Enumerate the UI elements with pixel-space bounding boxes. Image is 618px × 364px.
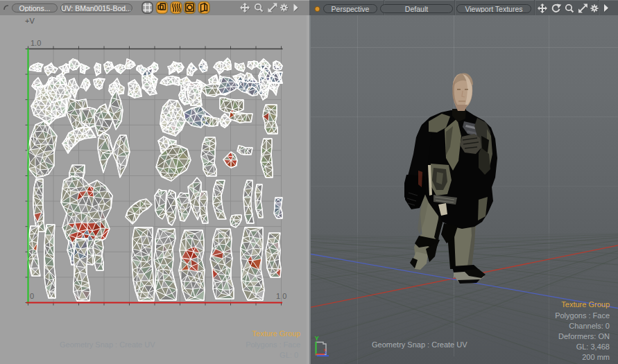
svg-text:Y: Y (315, 334, 320, 342)
svg-text:z: z (325, 349, 327, 356)
